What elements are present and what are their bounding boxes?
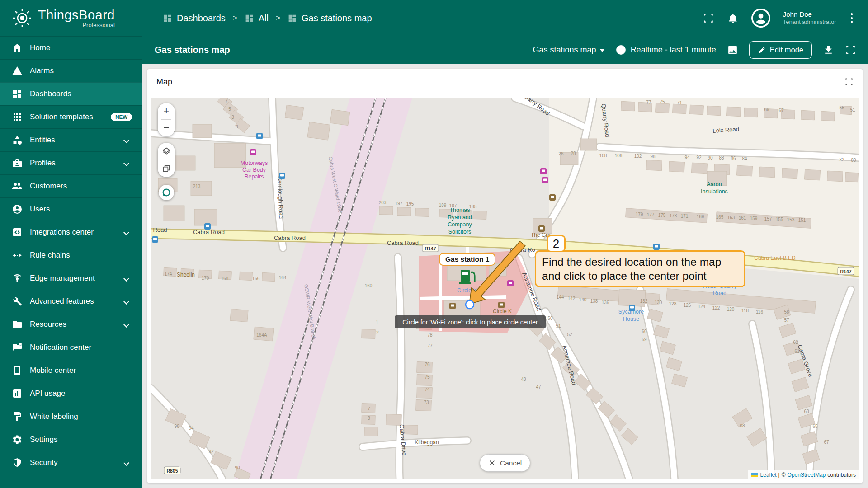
tutorial-hint-box: Find the desired location on the map and… [535, 250, 745, 287]
map-cursor-tooltip: Circle for 'Wi-Fi zone': click to place … [395, 315, 546, 328]
sidebar-item-security[interactable]: Security [0, 451, 142, 474]
map-label: 77 [646, 100, 651, 105]
sidebar-item-label: Advanced features [30, 297, 94, 306]
sidebar-item-white-labeling[interactable]: White labeling [0, 405, 142, 428]
map-label: 160 [365, 283, 373, 288]
timewindow-button[interactable]: Realtime - last 1 minute [615, 44, 716, 56]
sidebar-item-profiles[interactable]: Profiles [0, 151, 142, 174]
carrepair-poi-icon [250, 149, 256, 155]
zoom-in-button[interactable]: + [158, 103, 175, 119]
sidebar-item-home[interactable]: Home [0, 36, 142, 59]
notifications-bell-icon[interactable] [727, 12, 739, 24]
zoom-out-button[interactable]: − [158, 120, 175, 136]
sidebar-item-customers[interactable]: Customers [0, 174, 142, 197]
leaflet-link[interactable]: Leaflet [760, 472, 777, 478]
sidebar-item-alarms[interactable]: Alarms [0, 59, 142, 82]
map-label: 71 [677, 100, 682, 105]
sidebar-item-entities[interactable]: Entities [0, 128, 142, 151]
map-label: 166 [252, 276, 260, 281]
clock-icon [615, 44, 627, 56]
map-label: 90 [708, 155, 713, 160]
osm-link[interactable]: OpenStreetMap [788, 472, 826, 478]
breadcrumb-all[interactable]: All [245, 13, 269, 23]
sidebar-item-rule-chains[interactable]: Rule chains [0, 244, 142, 267]
map-label: 153 [787, 217, 795, 222]
map-label: Aaron [707, 181, 722, 188]
map-label: 126 [684, 303, 691, 308]
map-label: 48 [521, 377, 526, 382]
brand[interactable]: ThingsBoard Professional [0, 8, 136, 28]
map-label: 68 [740, 423, 745, 428]
map-label: 59 [642, 337, 647, 342]
user-info[interactable]: John Doe Tenant administrator [783, 10, 836, 26]
map-label: Circle K [493, 308, 512, 314]
map-label: 74 [425, 387, 430, 392]
download-icon[interactable] [823, 44, 834, 56]
shop-poi-icon [542, 177, 548, 183]
avatar[interactable] [751, 9, 770, 28]
map-label: 124 [698, 304, 706, 309]
pub-poi-icon [538, 225, 545, 232]
resources-icon [12, 319, 23, 330]
bus-poi-icon [279, 173, 285, 179]
sidebar-item-api-usage[interactable]: API usage [0, 382, 142, 405]
map-canvas[interactable]: RoadCabra RoadCabra RoadCabra RoadCabra … [151, 98, 859, 479]
laundry-poi-icon [507, 280, 514, 286]
draw-circle-tool-button[interactable] [159, 185, 174, 200]
dashboard-image-icon[interactable] [727, 44, 738, 56]
dashboard-toolbar: Gas stations map Gas stations map Realti… [142, 36, 868, 64]
sidebar-item-settings[interactable]: Settings [0, 428, 142, 451]
user-name: John Doe [783, 10, 836, 19]
sidebar-item-dashboards[interactable]: Dashboards [0, 82, 142, 105]
profiles-icon [12, 158, 23, 169]
notification-icon [12, 342, 23, 353]
breadcrumb-gas-stations-map[interactable]: Gas stations map [288, 13, 372, 23]
sidebar-item-edge-management[interactable]: Edge management [0, 267, 142, 290]
widget-fullscreen-icon[interactable] [844, 77, 854, 86]
map-pages-icon[interactable] [162, 164, 171, 173]
map-label: Cabra Road [193, 229, 225, 235]
sidebar-item-label: API usage [30, 389, 65, 398]
map-label: 67 [824, 440, 829, 445]
cancel-button[interactable]: Cancel [480, 454, 530, 472]
map-label: 164 [279, 275, 287, 280]
edit-mode-button[interactable]: Edit mode [749, 41, 812, 59]
map-label: 163 [727, 215, 735, 220]
expand-fullscreen-icon[interactable] [845, 44, 856, 56]
dashboard-state-select[interactable]: Gas stations map [533, 45, 604, 55]
fullscreen-icon[interactable] [703, 12, 714, 24]
map-label: 2 [376, 330, 379, 335]
sidebar-item-users[interactable]: Users [0, 197, 142, 221]
map-layers-icon[interactable] [162, 147, 171, 156]
sidebar-item-label: Mobile center [30, 366, 76, 375]
sidebar-item-notification-center[interactable]: Notification center [0, 336, 142, 359]
user-role: Tenant administrator [783, 19, 836, 26]
pencil-icon [758, 46, 766, 54]
chevron-down-icon [123, 230, 129, 235]
sidebar-item-label: Home [30, 43, 50, 52]
map-label: 63 [804, 409, 809, 414]
sidebar-item-integrations-center[interactable]: Integrations center [0, 221, 142, 244]
map-label: 161 [739, 216, 746, 221]
map-label: 47 [536, 385, 541, 389]
bus-poi-icon [204, 223, 211, 230]
marker-label[interactable]: Gas station 1 [439, 253, 495, 266]
sidebar-item-resources[interactable]: Resources [0, 313, 142, 336]
map-label: Kilbeggan [415, 439, 439, 446]
sidebar-item-mobile-center[interactable]: Mobile center [0, 359, 142, 382]
bus-poi-icon [152, 236, 158, 243]
sidebar-item-solution-templates[interactable]: Solution templatesNEW [0, 105, 142, 128]
sidebar-item-label: Users [30, 205, 50, 214]
map-label: House [623, 316, 639, 322]
integrations-icon [12, 227, 23, 238]
map-label: 5 [228, 107, 231, 112]
map-label: 58 [784, 310, 789, 314]
map-label: 1 [236, 124, 239, 129]
more-menu-icon[interactable] [849, 11, 855, 25]
circle-center-cursor[interactable] [466, 300, 474, 309]
map-label: 102 [634, 154, 642, 159]
sidebar-item-advanced-features[interactable]: Advanced features [0, 290, 142, 313]
whitelabel-icon [12, 411, 23, 422]
map-label: 73 [424, 400, 429, 405]
breadcrumb-dashboards[interactable]: Dashboards [163, 13, 226, 23]
